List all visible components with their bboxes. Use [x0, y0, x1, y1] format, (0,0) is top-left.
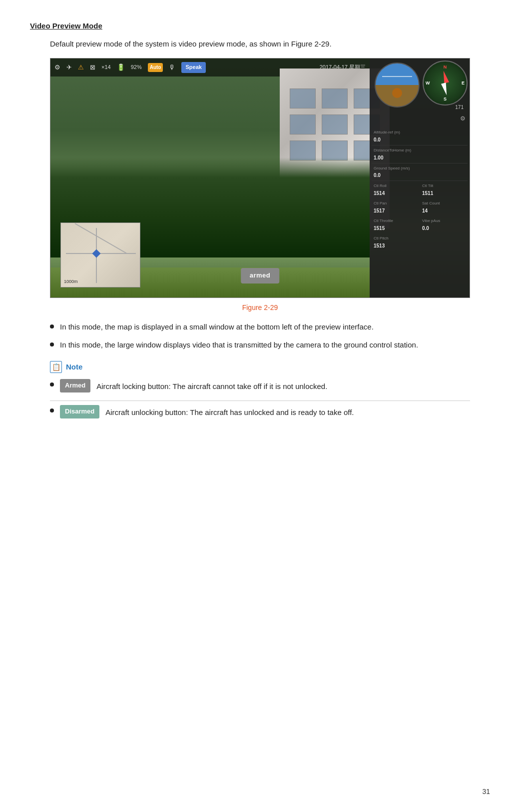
- sat-count-label: Sat Count: [422, 200, 466, 207]
- note-armed-text: Aircraft locking button: The aircraft ca…: [96, 379, 470, 392]
- distance-value: 1.00: [374, 154, 466, 162]
- bullet-item-1: In this mode, the map is displayed in a …: [50, 321, 490, 333]
- note-header: 📋 Note: [50, 361, 470, 373]
- altitude-value: 0.0: [374, 136, 466, 144]
- mode-badge: Auto: [148, 63, 163, 72]
- video-background: ⚙ ✈ ⚠ ⊠ ×14 🔋 92% Auto 🎙 Speak 2017-04-1…: [50, 58, 470, 298]
- x14-label: ×14: [101, 63, 111, 72]
- map-drone-marker: [92, 250, 101, 258]
- window-1: [290, 88, 316, 108]
- bullet-text-2: In this mode, the large window displays …: [60, 339, 490, 351]
- compass-degree: 171: [455, 104, 464, 112]
- ground-speed-stat: Ground Speed (m/s) 0.0: [372, 164, 468, 182]
- note-bullet-dot-2: [50, 408, 54, 412]
- window-5: [322, 114, 348, 134]
- compass-e: E: [462, 80, 465, 86]
- gear-icon-right-panel: ⚙: [460, 114, 466, 124]
- ctl-throttle-label: Ctl Throttle: [374, 218, 417, 224]
- vibe-plus-value: 0.0: [422, 224, 466, 232]
- attitude-line: [382, 76, 412, 77]
- ctl-roll-stat: Ctl Roll 1514: [372, 182, 419, 198]
- ctl-throttle-stat: Ctl Throttle 1515: [372, 217, 419, 234]
- armed-button[interactable]: armed: [241, 268, 280, 284]
- compass-s: S: [444, 96, 447, 102]
- window-4: [290, 114, 316, 134]
- ctl-pan-label: Ctl Pan: [374, 200, 417, 207]
- bullet-list: In this mode, the map is displayed in a …: [50, 321, 490, 351]
- note-icon: 📋: [50, 361, 62, 373]
- battery-level: 92%: [131, 63, 142, 72]
- right-panel: N S E W 171 ⚙ Altitude-ref (m) 0.0 Dista…: [370, 58, 470, 298]
- warning-icon: ⚠: [78, 62, 84, 73]
- signal-icon: ⊠: [90, 62, 95, 73]
- mini-map: 1000m: [60, 222, 140, 288]
- note-label: Note: [66, 361, 82, 373]
- altitude-label: Altitude-ref (m): [374, 130, 466, 136]
- ctl-roll-label: Ctl Roll: [374, 183, 417, 190]
- bullet-text-1: In this mode, the map is displayed in a …: [60, 321, 490, 333]
- vibe-plus-label: Vibe pAus: [422, 218, 466, 224]
- note-armed-item: Armed Aircraft locking button: The aircr…: [50, 379, 470, 392]
- compass-needle-n: [441, 70, 449, 84]
- attitude-dot: [392, 88, 402, 98]
- ctl-pan-value: 1517: [374, 207, 417, 215]
- compass-needle-s: [441, 82, 449, 96]
- battery-icon: 🔋: [117, 62, 125, 73]
- bullet-dot-1: [50, 324, 54, 328]
- distance-stat: DistanceToHome (m) 1.00: [372, 146, 468, 164]
- ground-speed-value: 0.0: [374, 172, 466, 180]
- figure-caption: Figure 2-29: [50, 302, 470, 313]
- compass-w: W: [426, 80, 430, 86]
- building-windows: [290, 88, 380, 160]
- page-number: 31: [482, 786, 490, 797]
- ctl-roll-value: 1514: [374, 190, 417, 198]
- map-road-1: [75, 223, 127, 254]
- bullet-dot-2: [50, 342, 54, 346]
- note-disarmed-item: Disarmed Aircraft unlocking button: The …: [50, 405, 470, 418]
- compass-n: N: [444, 64, 447, 70]
- intro-text: Default preview mode of the system is vi…: [50, 38, 490, 50]
- note-bullet-dot-1: [50, 382, 54, 386]
- compass-circle: N S E W: [423, 60, 468, 106]
- armed-tag: Armed: [60, 379, 90, 392]
- ctl-tilt-stat: Ctl Tilt 1511: [420, 182, 468, 198]
- divider-1: [50, 400, 470, 401]
- ctl-tilt-label: Ctl Tilt: [422, 183, 466, 190]
- page-title: Video Preview Mode: [30, 20, 490, 32]
- stats-panel: Altitude-ref (m) 0.0 DistanceToHome (m) …: [372, 128, 468, 251]
- ground-speed-label: Ground Speed (m/s): [374, 166, 466, 172]
- vibe-plus-stat: Vibe pAus 0.0: [420, 217, 468, 234]
- map-road-2: [66, 253, 136, 254]
- ctl-pitch-stat: Ctl Pitch 1513: [372, 234, 419, 251]
- ctl-pitch-label: Ctl Pitch: [374, 236, 417, 242]
- settings-icon: ⚙: [54, 62, 60, 73]
- note-section: 📋 Note Armed Aircraft locking button: Th…: [50, 361, 470, 418]
- altitude-stat: Altitude-ref (m) 0.0: [372, 128, 468, 146]
- note-disarmed-text: Aircraft unlocking button: The aircraft …: [105, 405, 470, 418]
- sat-count-stat: Sat Count 14: [420, 200, 468, 216]
- ctl-pitch-value: 1513: [374, 242, 417, 250]
- ctl-throttle-value: 1515: [374, 224, 417, 232]
- drone-icon: ✈: [66, 62, 72, 73]
- figure-container: ⚙ ✈ ⚠ ⊠ ×14 🔋 92% Auto 🎙 Speak 2017-04-1…: [50, 58, 470, 298]
- mini-map-inner: 1000m: [61, 223, 140, 287]
- bullet-item-2: In this mode, the large window displays …: [50, 339, 490, 351]
- window-2: [322, 88, 348, 108]
- speak-button[interactable]: Speak: [181, 62, 205, 73]
- attitude-indicator: [375, 62, 420, 108]
- map-scale: 1000m: [64, 278, 78, 285]
- distance-label: DistanceToHome (m): [374, 148, 466, 154]
- sat-count-value: 14: [422, 207, 466, 215]
- mic-icon: 🎙: [169, 62, 175, 73]
- ctl-pan-stat: Ctl Pan 1517: [372, 200, 419, 216]
- instrument-area: N S E W 171 ⚙: [372, 60, 468, 126]
- disarmed-tag: Disarmed: [60, 405, 99, 418]
- ctl-tilt-value: 1511: [422, 190, 466, 198]
